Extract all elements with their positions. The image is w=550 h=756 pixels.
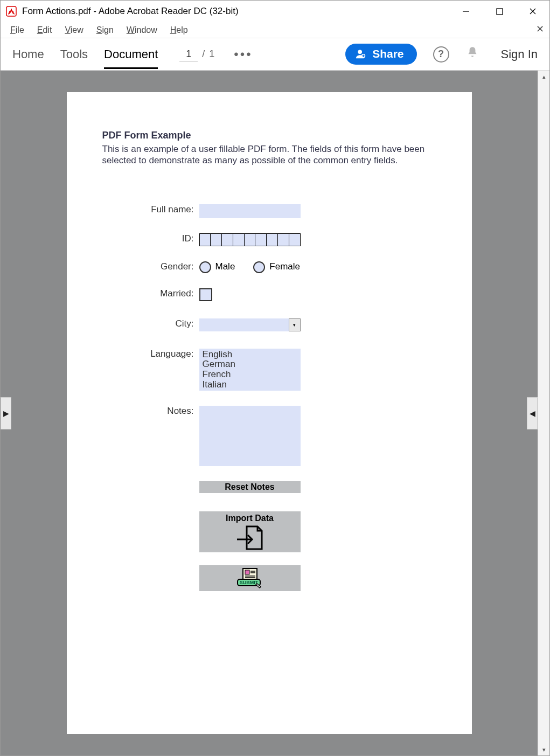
form-heading: PDF Form Example: [102, 130, 436, 141]
share-button[interactable]: Share: [345, 44, 416, 65]
minimize-button[interactable]: [449, 1, 483, 22]
radio-male-label: Male: [215, 261, 235, 272]
menu-window[interactable]: Window: [120, 25, 164, 35]
radio-male[interactable]: Male: [199, 261, 235, 273]
import-data-label: Import Data: [199, 514, 301, 523]
city-combobox[interactable]: ▾: [199, 318, 301, 331]
language-option-2[interactable]: French: [203, 370, 297, 380]
chevron-down-icon[interactable]: ▾: [289, 318, 301, 331]
menu-sign[interactable]: Sign: [90, 25, 120, 35]
svg-rect-2: [497, 9, 503, 15]
notes-textarea[interactable]: [199, 406, 301, 466]
person-plus-icon: [355, 48, 367, 60]
help-button[interactable]: ?: [433, 46, 449, 63]
label-notes: Notes:: [102, 406, 199, 417]
window-titlebar: Form Actions.pdf - Adobe Acrobat Reader …: [1, 1, 549, 22]
submit-icon: SUBMIT: [235, 567, 264, 589]
form-description: This is an example of a user fillable PD…: [102, 143, 436, 167]
tab-home[interactable]: Home: [12, 40, 44, 69]
share-label: Share: [372, 47, 403, 60]
page-total: 1: [209, 48, 214, 60]
menu-view[interactable]: View: [58, 25, 89, 35]
page-indicator: / 1: [179, 47, 214, 61]
language-option-3[interactable]: Italian: [203, 380, 297, 390]
menu-help[interactable]: Help: [164, 25, 194, 35]
close-document-button[interactable]: ✕: [536, 23, 544, 35]
toolbar: Home Tools Document / 1 ••• Share ? Sign…: [1, 38, 549, 71]
maximize-button[interactable]: [483, 1, 516, 22]
scroll-down-icon[interactable]: ▾: [538, 744, 549, 755]
reset-notes-button[interactable]: Reset Notes: [199, 481, 301, 493]
more-options-button[interactable]: •••: [234, 47, 252, 62]
import-data-button[interactable]: Import Data: [199, 511, 301, 552]
svg-rect-11: [245, 570, 249, 574]
married-checkbox[interactable]: [199, 288, 212, 301]
window-title: Form Actions.pdf - Adobe Acrobat Reader …: [22, 6, 239, 17]
tab-document[interactable]: Document: [104, 40, 158, 69]
left-panel-toggle[interactable]: ▶: [1, 397, 11, 429]
document-viewer: PDF Form Example This is an example of a…: [1, 71, 549, 755]
menu-bar: File Edit View Sign Window Help ✕: [1, 22, 549, 38]
pdf-page: PDF Form Example This is an example of a…: [67, 92, 472, 734]
radio-female-label: Female: [269, 261, 300, 272]
label-city: City:: [102, 318, 199, 329]
label-language: Language:: [102, 349, 199, 359]
tab-tools[interactable]: Tools: [60, 40, 88, 69]
vertical-scrollbar[interactable]: ▴ ▾: [538, 71, 549, 755]
close-button[interactable]: [516, 1, 549, 22]
import-file-icon: [235, 524, 265, 551]
acrobat-icon: [6, 6, 17, 17]
label-gender: Gender:: [102, 261, 199, 272]
page-canvas[interactable]: PDF Form Example This is an example of a…: [1, 71, 538, 755]
label-married: Married:: [102, 288, 199, 299]
bell-icon: [465, 45, 479, 59]
svg-rect-0: [6, 6, 16, 16]
label-fullname: Full name:: [102, 204, 199, 215]
sign-in-button[interactable]: Sign In: [501, 47, 538, 61]
notifications-button[interactable]: [465, 45, 479, 63]
radio-female[interactable]: Female: [253, 261, 300, 273]
page-number-input[interactable]: [179, 47, 198, 61]
label-id: ID:: [102, 233, 199, 244]
chevron-left-icon: ◀: [530, 409, 535, 418]
menu-file[interactable]: File: [4, 25, 31, 35]
language-listbox[interactable]: English German French Italian: [199, 349, 301, 391]
chevron-right-icon: ▶: [3, 409, 9, 418]
right-panel-toggle[interactable]: ◀: [527, 397, 538, 429]
language-option-1[interactable]: German: [203, 359, 297, 370]
id-input[interactable]: [199, 233, 301, 246]
fullname-input[interactable]: [199, 204, 301, 218]
page-separator: /: [202, 48, 205, 60]
menu-edit[interactable]: Edit: [31, 25, 59, 35]
submit-button[interactable]: SUBMIT: [199, 565, 301, 591]
scroll-up-icon[interactable]: ▴: [538, 71, 549, 82]
svg-point-5: [358, 50, 362, 54]
language-option-0[interactable]: English: [203, 350, 297, 360]
